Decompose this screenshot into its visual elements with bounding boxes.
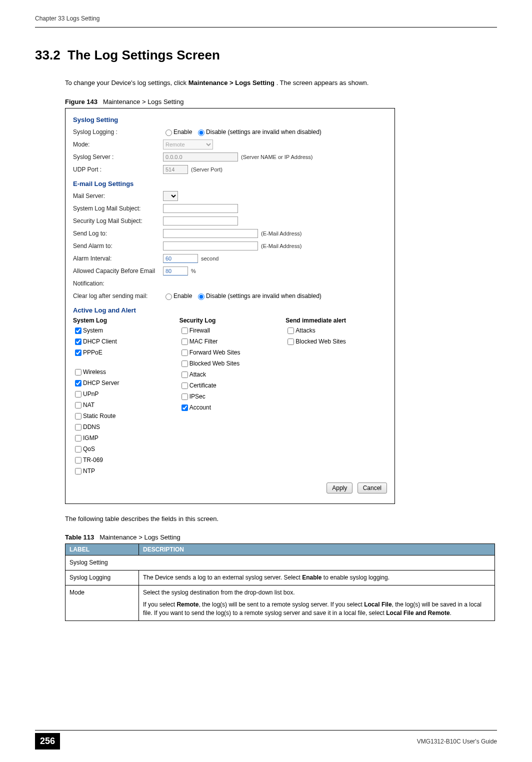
system-log-label: System — [83, 327, 103, 334]
syslog-server-input[interactable] — [163, 152, 238, 162]
sec-subject-input[interactable] — [163, 216, 238, 226]
alert-head: Send immediate alert — [286, 317, 387, 324]
clear-disable-radio[interactable] — [198, 294, 204, 300]
footer-guide-title: VMG1312-B10C User's Guide — [417, 738, 497, 745]
security-log-checkbox[interactable] — [182, 350, 188, 356]
alert-item: Attacks — [286, 326, 387, 336]
system-log-list: SystemDHCP ClientPPPoEWirelessDHCP Serve… — [73, 326, 174, 476]
clear-enable-radio[interactable] — [166, 294, 172, 300]
system-log-checkbox[interactable] — [75, 369, 82, 376]
system-log-checkbox[interactable] — [75, 435, 82, 442]
mail-server-label: Mail Server: — [73, 192, 163, 200]
system-log-checkbox[interactable] — [75, 446, 82, 452]
system-log-checkbox[interactable] — [75, 424, 82, 430]
table-caption-label: Table 113 — [65, 534, 94, 541]
security-log-checkbox[interactable] — [182, 394, 188, 400]
system-log-checkbox[interactable] — [75, 328, 82, 334]
system-log-checkbox[interactable] — [75, 402, 82, 408]
sec-subject-label: Security Log Mail Subject: — [73, 218, 163, 224]
send-log-input[interactable] — [163, 229, 258, 238]
header-rule — [35, 27, 497, 28]
system-log-checkbox[interactable] — [75, 380, 82, 386]
system-log-checkbox[interactable] — [75, 391, 82, 398]
security-log-item: Account — [180, 403, 281, 412]
send-alarm-input[interactable] — [163, 242, 258, 250]
row-mode-label: Mode — [66, 585, 139, 620]
system-log-label: NTP — [83, 468, 95, 474]
cancel-button[interactable]: Cancel — [358, 482, 387, 494]
syslog-disable-radio[interactable] — [198, 130, 204, 136]
syslog-logging-label: Syslog Logging : — [73, 128, 163, 136]
alarm-interval-input[interactable] — [163, 254, 198, 263]
table-row: Syslog Logging The Device sends a log to… — [66, 570, 495, 585]
security-log-item: MAC Filter — [180, 337, 281, 346]
syslog-server-label: Syslog Server : — [73, 154, 163, 160]
cell-bold: Local File — [364, 601, 392, 608]
system-log-label: NAT — [83, 402, 94, 408]
th-label: LABEL — [66, 544, 139, 556]
system-log-item: Static Route — [73, 412, 174, 421]
system-log-label: IGMP — [83, 434, 98, 442]
table-row: Syslog Setting — [66, 556, 495, 570]
security-log-checkbox[interactable] — [182, 328, 188, 334]
page-number: 256 — [35, 733, 60, 750]
system-log-checkbox[interactable] — [75, 338, 82, 345]
syslog-enable-text: Enable — [174, 128, 192, 136]
system-log-item: NAT — [73, 400, 174, 410]
system-log-checkbox[interactable] — [75, 457, 82, 464]
section-number: 33.2 — [35, 48, 60, 62]
row-syslog-setting: Syslog Setting — [66, 556, 495, 570]
cell-bold: Remote — [176, 601, 198, 608]
security-log-head: Security Log — [180, 317, 281, 324]
system-log-item: Wireless — [73, 368, 174, 377]
cell-text: to enable syslog logging. — [322, 574, 390, 581]
udp-port-note: (Server Port) — [191, 166, 222, 172]
page-footer: 256 VMG1312-B10C User's Guide — [35, 730, 497, 750]
system-log-checkbox[interactable] — [75, 468, 82, 474]
cell-bold: Enable — [302, 574, 322, 581]
intro-paragraph: To change your Device's log settings, cl… — [65, 78, 497, 88]
capacity-input[interactable] — [163, 266, 188, 276]
security-log-label: Firewall — [190, 327, 210, 334]
system-log-item: System — [73, 326, 174, 336]
security-log-checkbox[interactable] — [182, 404, 188, 411]
figure-caption: Figure 143 Maintenance > Logs Setting — [65, 98, 497, 106]
alert-checkbox[interactable] — [288, 328, 294, 334]
system-log-checkbox[interactable] — [75, 413, 82, 420]
system-log-label: PPPoE — [83, 349, 102, 356]
sys-subject-label: System Log Mail Subject: — [73, 205, 163, 212]
mail-server-select[interactable] — [163, 191, 178, 201]
apply-button[interactable]: Apply — [326, 482, 352, 494]
cell-text: Select the syslog destination from the d… — [143, 588, 490, 597]
sys-subject-input[interactable] — [163, 204, 238, 213]
security-log-label: Blocked Web Sites — [190, 360, 240, 367]
security-log-item: Firewall — [180, 326, 281, 336]
system-log-item: QoS — [73, 444, 174, 454]
security-log-checkbox[interactable] — [182, 372, 188, 378]
alert-list: AttacksBlocked Web Sites — [286, 326, 387, 346]
cell-text: The Device sends a log to an external sy… — [143, 574, 302, 581]
alert-item: Blocked Web Sites — [286, 337, 387, 346]
system-log-checkbox[interactable] — [75, 350, 82, 356]
mode-select[interactable]: Remote — [163, 140, 213, 150]
capacity-label-a: Allowed Capacity Before Email — [73, 268, 163, 274]
alert-label: Blocked Web Sites — [296, 338, 346, 345]
system-log-label: UPnP — [83, 390, 98, 398]
clear-disable-text: Disable (settings are invalid when disab… — [206, 292, 322, 300]
syslog-disable-text: Disable (settings are invalid when disab… — [206, 128, 322, 136]
row-syslog-logging-desc: The Device sends a log to an external sy… — [139, 570, 495, 585]
security-log-checkbox[interactable] — [182, 382, 188, 389]
system-log-item: TR-069 — [73, 456, 174, 465]
system-log-label: DDNS — [83, 424, 100, 430]
security-log-label: IPSec — [190, 393, 206, 400]
alert-checkbox[interactable] — [288, 338, 294, 345]
security-log-checkbox[interactable] — [182, 338, 188, 345]
security-log-item: Attack — [180, 370, 281, 380]
security-log-item: IPSec — [180, 392, 281, 402]
security-log-list: FirewallMAC FilterForward Web SitesBlock… — [180, 326, 281, 412]
clear-log-label: Clear log after sending mail: — [73, 292, 163, 300]
syslog-server-note: (Server NAME or IP Address) — [241, 154, 312, 160]
syslog-enable-radio[interactable] — [166, 130, 172, 136]
udp-port-input[interactable] — [163, 165, 188, 174]
security-log-checkbox[interactable] — [182, 360, 188, 367]
